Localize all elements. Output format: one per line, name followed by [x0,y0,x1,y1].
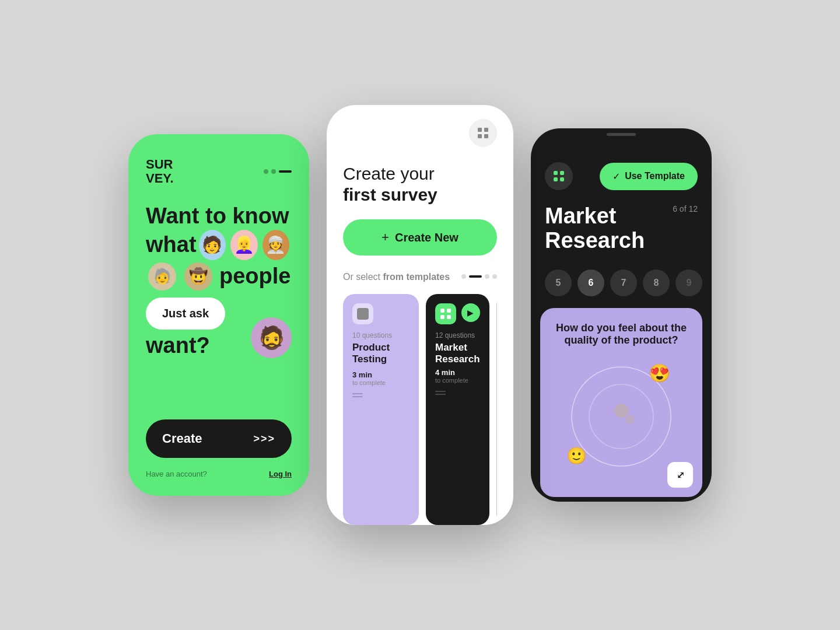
avatar-elderly: 🧓 [148,262,176,290]
create-new-button[interactable]: + Create New [343,219,497,256]
card-1-chevrons [352,393,410,397]
grid-dot-3 [478,134,482,138]
q-num-7[interactable]: 7 [610,270,637,296]
svg-point-3 [625,415,635,424]
use-template-button[interactable]: ✓ Use Template [600,163,698,190]
q-num-8[interactable]: 8 [643,270,670,296]
or-select-row: Or select from templates [343,272,497,282]
market-research-title: Market Research [545,204,645,253]
template-card-product-testing[interactable]: 10 questions Product Testing 3 min to co… [343,294,419,525]
phone-2-header [343,119,497,147]
question-card: How do you feel about the quality of the… [540,308,702,497]
template-dot-3 [492,274,497,279]
app-logo: SURVEY. [146,158,174,186]
card-1-icon-row [352,303,410,324]
avatar-man2: 👳 [262,230,289,260]
hero-line-2: what 🧑 👱‍♀️ 👳 [146,230,292,260]
grid-dot-4 [484,134,488,138]
phone-1-header: SURVEY. [146,158,292,186]
phone-1-welcome: SURVEY. Want to know what 🧑 👱‍♀️ 👳 🧓 [128,134,309,496]
phone-3-header: ✓ Use Template [531,145,712,200]
hero-line-3: 🧓 🤠 people [146,262,292,290]
check-icon: ✓ [612,171,620,182]
phone-notch [531,128,712,145]
send-button[interactable]: ▶ [461,303,480,322]
card-2-title: MarketResearch [435,342,480,366]
plus-icon: + [382,230,389,245]
card-2-icon-row: ▶ [435,303,480,324]
phone-3-title-area: Market Research 6 of 12 [531,200,712,262]
just-ask-button[interactable]: Just ask [146,298,225,330]
notch-bar [607,133,636,136]
dot-2 [271,169,276,174]
template-card-partial: 8 qu... Ma...Pe... 2 min to c... [496,294,497,525]
expand-button[interactable]: ⤢ [667,462,693,488]
template-dot-2 [485,274,489,279]
create-button[interactable]: Create >>> [146,419,292,458]
templates-row: 10 questions Product Testing 3 min to co… [343,294,497,525]
card-1-title: Product Testing [352,342,410,366]
template-pagination [461,274,497,279]
avatar-bearded-man: 🧔 [251,317,292,358]
card-1-icon [352,303,373,324]
send-icon: ▶ [467,308,474,317]
phone-2-title: Create your first survey [343,163,497,205]
q-num-9[interactable]: 9 [676,270,702,296]
template-card-market-research[interactable]: ▶ 12 questions MarketResearch 4 min to c… [426,294,489,525]
q-num-6[interactable]: 6 [578,270,604,296]
grid-dot-2 [484,128,488,132]
grid-menu-button-dark[interactable] [545,162,573,190]
dot-1 [264,169,268,174]
avatar-hat: 🤠 [184,262,212,290]
emoji-ring[interactable]: 😍 🙂 [563,358,680,475]
hero-line-1: Want to know [146,203,292,230]
avatar-woman: 👱‍♀️ [230,230,257,260]
card-2-icon [435,303,456,324]
phone-1-footer: Have an account? Log In [146,467,292,478]
progress-indicator: 6 of 12 [673,204,698,214]
question-text: How do you feel about the quality of the… [554,322,688,346]
grid-icon [478,128,488,138]
header-indicator [264,169,292,174]
card-2-chevrons [435,391,480,395]
grid-dot-1 [478,128,482,132]
grid-icon-green [440,309,451,319]
hero-line-4: Just ask want? 🧔 [146,293,292,358]
emoji-love: 😍 [649,363,670,383]
expand-icon: ⤢ [677,470,684,481]
phones-container: SURVEY. Want to know what 🧑 👱‍♀️ 👳 🧓 [128,105,712,525]
template-active [469,275,482,278]
avatar-man: 🧑 [199,230,226,260]
question-numbers: 5 6 7 8 9 [531,262,712,303]
svg-point-2 [614,404,628,418]
or-select-text: Or select from templates [343,272,450,282]
phone-3-market-research: ✓ Use Template Market Research 6 of 12 5… [531,128,712,502]
phone-2-create-survey: Create your first survey + Create New Or… [327,105,513,525]
template-dot-1 [461,274,466,279]
q-num-5[interactable]: 5 [545,270,572,296]
login-link[interactable]: Log In [269,470,292,478]
active-indicator [279,170,292,173]
hero-text-area: Want to know what 🧑 👱‍♀️ 👳 🧓 🤠 people [146,203,292,419]
grid-icon-dark [554,171,564,181]
menu-button[interactable] [469,119,497,147]
emoji-smile: 🙂 [566,446,587,466]
